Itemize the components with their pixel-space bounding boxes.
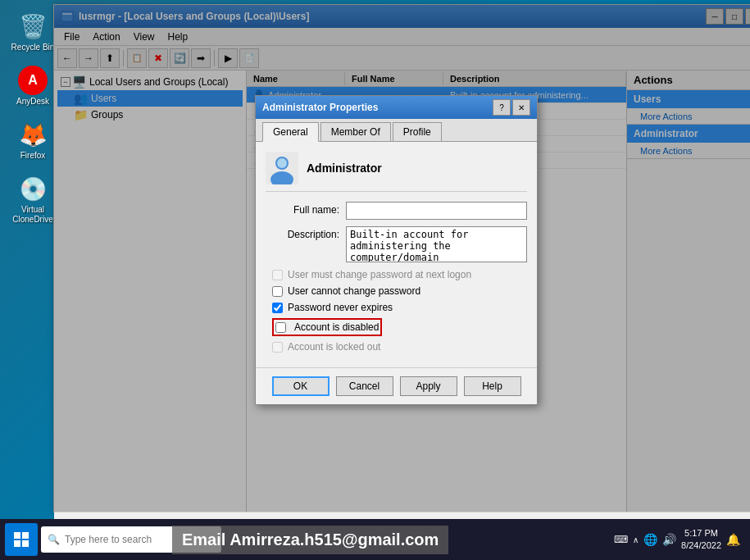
- help-button[interactable]: Help: [464, 376, 521, 396]
- apply-button[interactable]: Apply: [400, 376, 457, 396]
- cb-must-change-input[interactable]: [272, 270, 283, 280]
- tray-keyboard-icon[interactable]: ⌨: [614, 534, 628, 545]
- system-tray: ⌨ ∧ 🌐 🔊 5:17 PM 8/24/2022 🔔: [609, 527, 745, 553]
- checkbox-never-expires: Password never expires: [266, 302, 527, 313]
- cb-never-expires-label: Password never expires: [288, 302, 393, 313]
- system-clock[interactable]: 5:17 PM 8/24/2022: [681, 527, 721, 553]
- main-window: lusrmgr - [Local Users and Groups (Local…: [53, 4, 750, 512]
- cancel-button[interactable]: Cancel: [336, 376, 393, 396]
- email-text: Email Amirreza.h515@gmail.com: [172, 526, 448, 554]
- description-row: Description: Built-in account for admini…: [266, 226, 527, 262]
- svg-rect-6: [14, 532, 20, 539]
- administrator-properties-dialog: Administrator Properties ? ✕ General Mem…: [255, 95, 538, 405]
- cb-account-disabled-label: Account is disabled: [294, 321, 379, 333]
- search-icon: 🔍: [48, 534, 60, 545]
- start-button[interactable]: [5, 523, 38, 556]
- anydesk-label: AnyDesk: [16, 97, 49, 107]
- virtualclonedrive-label: Virtual CloneDrive: [7, 205, 58, 225]
- fullname-input[interactable]: [346, 202, 527, 220]
- dialog-buttons: OK Cancel Apply Help: [256, 367, 537, 404]
- cb-locked-out-input[interactable]: [272, 342, 283, 353]
- cb-cannot-change-label: User cannot change password: [288, 285, 420, 297]
- description-input[interactable]: Built-in account for administering the c…: [346, 226, 527, 262]
- svg-point-5: [277, 158, 287, 168]
- tray-caret-icon[interactable]: ∧: [633, 535, 639, 544]
- fullname-row: Full name:: [266, 202, 527, 220]
- svg-rect-9: [22, 540, 29, 547]
- checkbox-locked-out: Account is locked out: [266, 341, 527, 353]
- svg-rect-8: [14, 540, 20, 547]
- dialog-user-header: Administrator: [266, 152, 527, 192]
- dialog-user-name: Administrator: [307, 162, 382, 175]
- tab-memberof[interactable]: Member Of: [320, 122, 391, 141]
- notification-icon[interactable]: 🔔: [726, 533, 740, 546]
- svg-rect-7: [22, 532, 29, 539]
- cb-must-change-label: User must change password at next logon: [288, 269, 471, 280]
- status-bar: [54, 512, 750, 519]
- clock-date: 8/24/2022: [681, 540, 721, 552]
- dialog-title-bar: Administrator Properties ? ✕: [256, 96, 537, 119]
- recycle-bin-label: Recycle Bin: [11, 43, 55, 52]
- dialog-close-btn[interactable]: ✕: [512, 99, 530, 116]
- cb-locked-out-label: Account is locked out: [288, 341, 380, 353]
- user-avatar: [266, 152, 298, 184]
- cb-account-disabled-input[interactable]: [275, 322, 286, 333]
- checkbox-must-change: User must change password at next logon: [266, 269, 527, 280]
- cb-never-expires-input[interactable]: [272, 303, 283, 313]
- description-label: Description:: [266, 226, 339, 240]
- dialog-title-controls: ? ✕: [493, 99, 530, 116]
- tab-general[interactable]: General: [262, 122, 319, 142]
- ok-button[interactable]: OK: [272, 376, 330, 396]
- email-banner: Email Amirreza.h515@gmail.com: [172, 519, 566, 560]
- firefox-label: Firefox: [20, 151, 46, 161]
- virtualclonedrive-image: 💿: [18, 174, 48, 203]
- taskbar: 🔍 Email Amirreza.h515@gmail.com ⌨ ∧ 🌐 🔊 …: [0, 519, 750, 560]
- checkbox-disabled: Account is disabled: [266, 318, 527, 336]
- checkbox-disabled-highlight: Account is disabled: [272, 318, 382, 336]
- dialog-title-text: Administrator Properties: [262, 102, 493, 113]
- checkbox-cannot-change: User cannot change password: [266, 285, 527, 297]
- dialog-help-title-btn[interactable]: ?: [493, 99, 511, 116]
- cb-cannot-change-input[interactable]: [272, 286, 283, 297]
- tray-network-icon[interactable]: 🌐: [643, 533, 657, 546]
- desktop: 🗑️ Recycle Bin A AnyDesk 🦊 Firefox 💿 Vir…: [0, 0, 750, 519]
- recycle-bin-image: 🗑️: [18, 11, 48, 41]
- clock-time: 5:17 PM: [681, 527, 721, 540]
- tray-volume-icon[interactable]: 🔊: [662, 533, 676, 546]
- tab-profile[interactable]: Profile: [393, 122, 442, 141]
- firefox-image: 🦊: [18, 120, 48, 149]
- dialog-tabs: General Member Of Profile: [256, 119, 537, 142]
- fullname-label: Full name:: [266, 202, 339, 216]
- email-content: Email Amirreza.h515@gmail.com: [182, 530, 439, 549]
- anydesk-image: A: [18, 66, 48, 95]
- modal-overlay: Administrator Properties ? ✕ General Mem…: [54, 5, 750, 512]
- dialog-body: Administrator Full name: Description: Bu…: [256, 142, 537, 367]
